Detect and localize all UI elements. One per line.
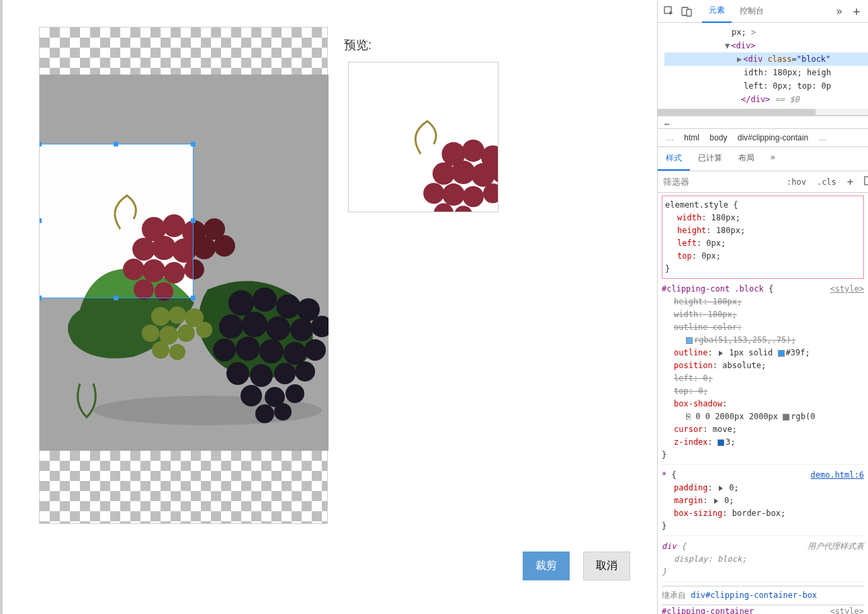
handle-tl[interactable] xyxy=(40,142,42,146)
crumb-ellipsis[interactable]: … xyxy=(662,132,678,144)
preview-svg xyxy=(348,62,498,212)
styles-pane[interactable]: element.style { width: 180px; height: 18… xyxy=(658,193,868,614)
svg-point-59 xyxy=(423,183,444,204)
device-icon[interactable] xyxy=(679,4,694,19)
handle-bm[interactable] xyxy=(114,296,118,300)
new-rule-icon[interactable]: + xyxy=(842,171,859,192)
crop-image xyxy=(40,75,329,451)
oc-val: rgba(51,153,255,.75); xyxy=(694,335,796,345)
bs-val: 0 0 2000px 2000px xyxy=(695,412,778,421)
tab-more-icon[interactable]: » xyxy=(763,147,783,171)
tab-layout[interactable]: 布局 xyxy=(730,147,763,171)
devtools-panel: 元素 控制台 » + px; > ▼<div> ▶<div class="blo… xyxy=(657,0,868,614)
page-content: 预览: 裁剪 取消 xyxy=(0,0,657,614)
dom-hscroll[interactable] xyxy=(658,109,868,116)
svg-rect-67 xyxy=(687,9,691,16)
rule-universal[interactable]: demo.html:6 * { padding: 0; margin: 0; b… xyxy=(662,469,864,536)
r4-source[interactable]: <style> xyxy=(830,605,864,614)
rule-div-ua[interactable]: 用户代理样式表 div { display: block; } xyxy=(662,540,864,582)
button-row: 裁剪 取消 xyxy=(523,552,630,580)
crop-container[interactable] xyxy=(39,27,328,524)
dom-tree[interactable]: px; > ▼<div> ▶<div class="block" idth: 1… xyxy=(658,23,868,109)
svg-point-60 xyxy=(442,183,464,206)
inherit-text: 继承自 xyxy=(662,590,686,600)
add-tab-icon[interactable]: + xyxy=(849,4,864,19)
rule-block[interactable]: <style> #clipping-cont .block { height: … xyxy=(662,283,864,465)
inherit-label: 继承自 div#clipping-container-box xyxy=(662,586,864,605)
panel-mode-icon[interactable] xyxy=(859,172,868,191)
crop-shade xyxy=(40,75,329,451)
es-selector: element.style { xyxy=(665,199,861,212)
crumb-body[interactable]: body xyxy=(705,132,731,144)
dom-gt: > xyxy=(751,28,756,37)
inherit-from[interactable]: div#clipping-container-box xyxy=(691,590,817,600)
devtools-toolbar: 元素 控制台 » + xyxy=(658,0,868,23)
preview-box xyxy=(348,62,498,212)
bs-rgb: rgb(0 xyxy=(791,412,815,421)
dom-ellipsis[interactable]: … xyxy=(658,116,868,129)
dom-style-text2: left: 0px; top: 0p xyxy=(744,81,831,91)
cls-toggle[interactable]: .cls xyxy=(812,173,842,191)
svg-point-51 xyxy=(462,140,484,162)
rule-element-style[interactable]: element.style { width: 180px; height: 18… xyxy=(662,195,864,279)
hov-toggle[interactable]: :hov xyxy=(781,173,812,191)
svg-point-61 xyxy=(463,186,484,207)
filter-input[interactable] xyxy=(658,171,781,192)
cancel-button[interactable]: 取消 xyxy=(583,552,630,580)
dom-text: px; xyxy=(732,28,746,37)
es-close: } xyxy=(665,263,861,275)
handle-tm[interactable] xyxy=(114,142,118,146)
crop-button[interactable]: 裁剪 xyxy=(523,552,570,580)
rule-container[interactable]: <style> #clipping-container #clipping-co… xyxy=(662,605,864,614)
tab-elements[interactable]: 元素 xyxy=(702,0,732,23)
crumb-html[interactable]: html xyxy=(680,132,703,144)
r4-sel: #clipping-container xyxy=(662,607,754,614)
handle-tr[interactable] xyxy=(191,142,196,146)
handle-bl[interactable] xyxy=(40,296,42,300)
devtools-tabs: 元素 控制台 xyxy=(702,0,771,23)
dom-eq0: == $0 xyxy=(770,95,799,104)
crumb-div[interactable]: div#clipping-contain xyxy=(734,132,812,144)
handle-br[interactable] xyxy=(191,296,196,300)
dom-breadcrumb: … html body div#clipping-contain … xyxy=(658,129,868,147)
svg-point-56 xyxy=(471,163,494,187)
r1-source[interactable]: <style> xyxy=(830,283,864,296)
tab-styles[interactable]: 样式 xyxy=(658,147,690,171)
dom-div-close: </div> xyxy=(741,95,770,104)
dom-div-open[interactable]: <div> xyxy=(731,41,755,50)
handle-lm[interactable] xyxy=(40,218,42,223)
dom-selected-row[interactable]: ▶<div class="block" xyxy=(664,52,868,66)
preview-label: 预览: xyxy=(344,37,372,53)
svg-point-54 xyxy=(433,163,455,185)
crumb-more[interactable]: … xyxy=(814,132,830,144)
more-tabs-icon[interactable]: » xyxy=(832,4,847,19)
crop-selection-box[interactable] xyxy=(40,144,193,298)
outline-val: 1px solid xyxy=(729,348,773,357)
handle-rm[interactable] xyxy=(191,218,196,223)
r3-source: 用户代理样式表 xyxy=(808,540,864,553)
inspect-icon[interactable] xyxy=(662,4,677,19)
svg-rect-68 xyxy=(865,177,868,185)
dom-style-text: idth: 180px; heigh xyxy=(744,68,831,77)
style-tabs: 样式 已计算 布局 » xyxy=(658,147,868,171)
outline-hex: #39f; xyxy=(786,348,810,357)
zindex-val: 3; xyxy=(726,437,735,447)
filter-row: :hov .cls + xyxy=(658,171,868,193)
r2-source[interactable]: demo.html:6 xyxy=(811,469,864,482)
tab-console[interactable]: 控制台 xyxy=(733,0,771,22)
scroll-thumb[interactable] xyxy=(658,109,816,115)
tab-computed[interactable]: 已计算 xyxy=(690,147,730,171)
